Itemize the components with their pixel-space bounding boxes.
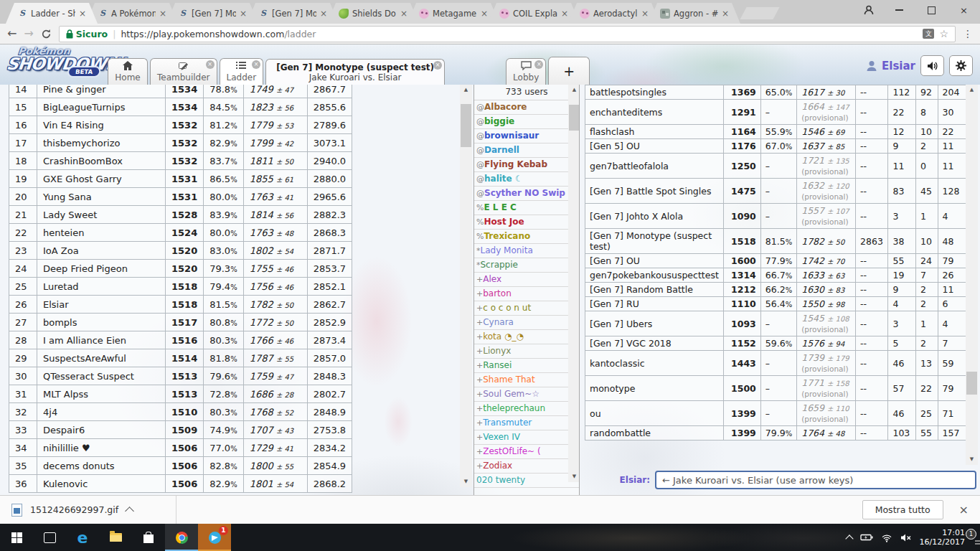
browser-tab[interactable]: S[Gen 7] Mo× (247, 3, 339, 24)
username[interactable]: Elsiar (882, 60, 915, 72)
browser-tab[interactable]: SA Pokémon× (86, 3, 178, 24)
scroll-up-icon[interactable]: ▲ (966, 85, 978, 95)
tab-close-icon[interactable]: × (534, 60, 543, 69)
translate-icon[interactable]: 文 (923, 29, 934, 39)
userlist-user[interactable]: +Vexen IV (474, 430, 579, 445)
userlist-user[interactable]: +c o c o n ut (474, 301, 579, 316)
userlist-user[interactable]: +Ransei (474, 359, 579, 373)
file-explorer-button[interactable] (99, 524, 132, 551)
wifi-icon[interactable] (881, 533, 892, 542)
ladder-scrollbar[interactable]: ▲ ▼ (460, 85, 472, 487)
tab-ladder[interactable]: × Ladder (220, 58, 264, 85)
scroll-up-icon[interactable]: ▲ (568, 85, 580, 95)
start-button[interactable] (0, 524, 33, 551)
sound-button[interactable] (920, 55, 944, 76)
address-bar[interactable]: Sicuro | https://play.pokemonshowdown.co… (59, 26, 956, 42)
minimize-button[interactable] (883, 0, 915, 20)
scrollbar-thumb[interactable] (966, 372, 977, 395)
scroll-down-icon[interactable]: ▼ (460, 476, 472, 487)
new-room-tab[interactable]: + (548, 57, 590, 85)
clock[interactable]: 17:01 16/12/2017 (920, 528, 965, 547)
tab-close-icon[interactable]: × (252, 60, 260, 69)
forward-button[interactable]: → (24, 28, 33, 39)
hidden-icons-chevron-icon[interactable] (845, 534, 853, 542)
userlist-user[interactable]: +ZestOfLife~ ( (474, 445, 579, 459)
tab-close-icon[interactable]: × (561, 9, 568, 18)
close-window-button[interactable]: × (948, 0, 980, 20)
telegram-taskbar-button[interactable]: 1 (198, 524, 231, 551)
userlist-user[interactable]: @Albacore (474, 100, 579, 115)
chevron-up-icon[interactable] (125, 507, 134, 516)
tab-close-icon[interactable]: × (481, 9, 488, 18)
userlist-user[interactable]: +Cynara (474, 316, 579, 330)
userlist-user[interactable]: +Alex (474, 273, 579, 287)
scroll-down-icon[interactable]: ▼ (568, 471, 580, 482)
userlist-user[interactable]: @Darnell (474, 143, 579, 158)
chat-input[interactable] (655, 471, 976, 489)
userlist-user[interactable]: +Shame That (474, 373, 579, 387)
maximize-button[interactable] (915, 0, 948, 20)
store-button[interactable] (132, 524, 165, 551)
tab-close-icon[interactable]: × (433, 61, 442, 70)
userlist-user[interactable]: %Trexicano (474, 230, 579, 244)
userlist-user[interactable]: +theleprechaun (474, 402, 579, 416)
download-item[interactable]: 1512426692997.gif (11, 504, 133, 517)
chrome-taskbar-button[interactable] (165, 524, 198, 551)
browser-tab[interactable]: Aggron - #× (649, 3, 740, 24)
back-button[interactable]: ← (7, 28, 17, 39)
tab-teambuilder[interactable]: × Teambuilder (150, 58, 217, 85)
userlist-user[interactable]: *Lady Monita (474, 244, 579, 258)
userlist-user[interactable]: *Scrappie (474, 258, 579, 273)
reload-button[interactable] (41, 29, 52, 39)
userlist-user[interactable]: +barton (474, 287, 579, 301)
scroll-up-icon[interactable]: ▲ (460, 85, 472, 95)
browser-tab[interactable]: Aerodactyl× (568, 3, 660, 24)
userlist-user[interactable]: %E L E C (474, 201, 579, 215)
browser-tab[interactable]: S[Gen 7] Mo× (166, 3, 258, 24)
userlist-user[interactable]: +Soul Gem~☆ (474, 387, 579, 402)
userlist-user[interactable]: +kota ◔_◔ (474, 330, 579, 344)
browser-tab[interactable]: Metagame× (407, 3, 499, 24)
userlist-user[interactable]: +Transmuter (474, 416, 579, 430)
userlist-user[interactable]: @biggie (474, 115, 579, 129)
show-all-downloads-button[interactable]: Mostra tutto (862, 500, 943, 519)
browser-tab[interactable]: SLadder - Sh× (6, 3, 98, 24)
scrollbar-thumb[interactable] (569, 105, 580, 131)
tab-close-icon[interactable]: × (206, 60, 215, 69)
userlist-user[interactable]: @halite ☾ (474, 172, 579, 187)
tab-lobby[interactable]: × Lobby (506, 58, 546, 85)
volume-muted-icon[interactable] (900, 533, 912, 542)
userlist-user[interactable]: @Scyther NO Swip (474, 187, 579, 201)
userlist-user[interactable]: +Lionyx (474, 344, 579, 359)
browser-tab[interactable]: Shields Do× (327, 3, 419, 24)
userlist-user[interactable]: 020 twenty (474, 474, 579, 488)
tab-close-icon[interactable]: × (320, 9, 327, 18)
userlist-user[interactable]: @brownisaur (474, 129, 579, 143)
browser-tab[interactable]: COIL Expla× (488, 3, 580, 24)
scroll-down-icon[interactable]: ▼ (966, 454, 978, 465)
settings-button[interactable] (949, 55, 973, 76)
close-download-bar-icon[interactable]: × (959, 503, 969, 517)
tab-close-icon[interactable]: × (641, 9, 649, 18)
ratings-scrollbar[interactable]: ▲ ▼ (966, 85, 978, 465)
tab-home[interactable]: Home (108, 58, 148, 85)
tab-close-icon[interactable]: × (240, 9, 247, 18)
tab-close-icon[interactable]: × (400, 9, 407, 18)
edge-button[interactable]: e (66, 524, 99, 551)
browser-menu-icon[interactable]: ⋮ (963, 28, 973, 39)
task-view-button[interactable] (33, 524, 66, 551)
scrollbar-thumb[interactable] (461, 104, 471, 147)
userlist-user[interactable]: +Zodiax (474, 459, 579, 474)
tab-close-icon[interactable]: × (79, 9, 86, 18)
userlist-scrollbar[interactable]: ▲ ▼ (568, 85, 580, 482)
new-tab-button[interactable] (740, 7, 779, 19)
tab-close-icon[interactable]: × (159, 9, 166, 18)
userlist-user[interactable]: %Host Joe (474, 215, 579, 230)
bookmark-star-icon[interactable]: ☆ (939, 28, 948, 39)
browser-profile-button[interactable] (854, 0, 883, 20)
tab-close-icon[interactable]: × (722, 9, 729, 18)
secure-indicator[interactable]: Sicuro (66, 29, 108, 39)
tab-battle[interactable]: × [Gen 7] Monotype (suspect test) Jake K… (265, 59, 445, 85)
battery-icon[interactable] (860, 533, 873, 542)
userlist-user[interactable]: @Flying Kebab (474, 158, 579, 172)
